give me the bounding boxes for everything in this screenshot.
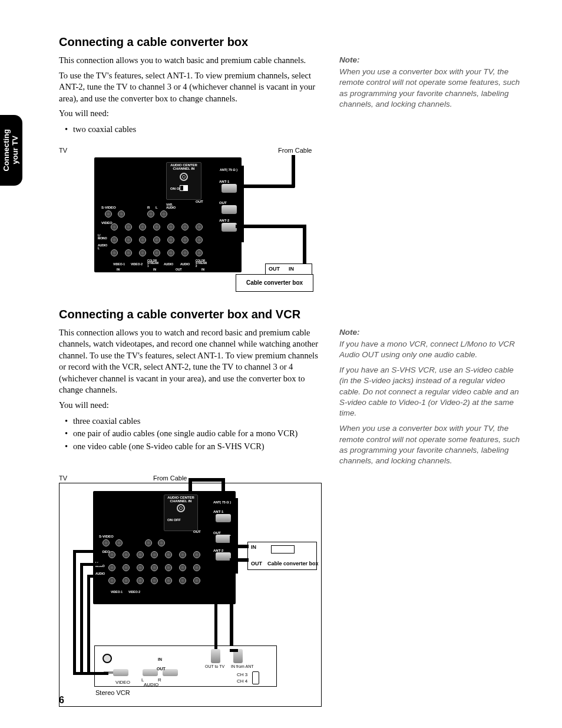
note-text: If you have a mono VCR, connect L/Mono t…	[339, 339, 521, 360]
section-cable-box: Connecting a cable converter box This co…	[59, 35, 521, 297]
cs1-label: COLOR STREAM 1	[147, 260, 158, 268]
jack-icon	[153, 223, 160, 230]
page-number: 6	[59, 695, 64, 706]
jack-icon	[118, 210, 125, 218]
svideo-label: S-VIDEO	[99, 535, 114, 538]
wire	[230, 649, 238, 652]
coax-icon	[216, 535, 231, 543]
audio-label: AUDIO	[164, 262, 173, 266]
wire	[189, 478, 224, 482]
in-label: IN	[251, 544, 256, 550]
from-cable-label: From Cable	[278, 147, 312, 154]
s1-p1: This connection allows you to watch basi…	[59, 55, 324, 67]
video2-label: VIDEO-2	[128, 590, 140, 594]
wire	[73, 550, 76, 674]
jack-icon	[139, 249, 146, 256]
in-lbl3: IN	[201, 268, 204, 271]
jack-icon	[167, 223, 174, 230]
jack-icon	[196, 236, 203, 243]
jack-icon	[167, 249, 174, 256]
section2-note: Note: If you have a mono VCR, connect L/…	[339, 327, 521, 472]
jack-icon	[196, 249, 203, 256]
jack-icon	[111, 249, 118, 256]
wire	[87, 575, 90, 675]
tv-label: TV	[59, 475, 67, 482]
svideo-label: S-VIDEO	[101, 206, 116, 209]
jack-icon	[181, 249, 189, 256]
section2-main: This connection allows you to watch and …	[59, 327, 324, 472]
wire	[230, 558, 233, 653]
jack-icon	[180, 173, 188, 181]
jack-icon	[181, 236, 189, 243]
video1-label: VIDEO-1	[113, 262, 125, 266]
out-lbl1: OUT	[176, 268, 182, 271]
audio-center-label: AUDIO CENTER CHANNEL IN	[168, 163, 199, 170]
note-text: When you use a converter box with your T…	[339, 423, 521, 466]
in-lbl1: IN	[117, 268, 120, 271]
jack-icon	[153, 249, 160, 256]
coax-icon	[216, 552, 231, 561]
box-label: Cable converter box	[246, 279, 303, 286]
note-title: Note:	[339, 55, 521, 65]
out-label: OUT	[251, 561, 262, 566]
coax-icon	[222, 205, 237, 214]
note-text: If you have an S-VHS VCR, use an S-video…	[339, 365, 521, 419]
vcr-video: VIDEO	[115, 680, 130, 685]
video2-label: VIDEO-2	[131, 262, 143, 266]
side-tab-text: Connectingyour TV	[2, 129, 20, 172]
wire	[242, 185, 295, 188]
audio-label2: AUDIO	[180, 262, 190, 266]
coax-icon	[216, 514, 231, 522]
cable-converter-box: Cable converter box	[236, 274, 313, 292]
on-off-label: ON OFF	[167, 518, 181, 522]
out-label2: OUT	[219, 201, 227, 205]
list-item: three coaxial cables	[73, 415, 324, 428]
wire	[73, 672, 108, 675]
wire	[73, 550, 103, 553]
jack-icon	[196, 223, 203, 230]
jack-icon	[125, 223, 132, 230]
ant75-label: ANT( 75 Ω )	[220, 168, 237, 172]
coax-icon	[222, 223, 237, 232]
diagram-1: TV From Cable AUDIO CENTER CHANNEL IN ON…	[59, 147, 324, 297]
s1-bullets: two coaxial cables	[73, 123, 324, 136]
wire	[230, 545, 249, 548]
out-to-tv: OUT to TV	[205, 664, 224, 668]
section-cable-box-vcr: Connecting a cable converter box and VCR…	[59, 308, 521, 711]
vcr-in: IN	[158, 657, 162, 661]
switch-icon	[252, 671, 259, 684]
box-label: Cable converter box	[267, 561, 319, 566]
cs2-label: COLOR STREAM 2	[196, 260, 207, 268]
video1-label: VIDEO-1	[111, 590, 123, 594]
rl-label: R L	[147, 206, 160, 209]
in-lbl2: IN	[153, 268, 156, 271]
ant2-label: ANT-2	[219, 219, 229, 222]
ant1-label: ANT-1	[213, 510, 223, 513]
wire	[214, 574, 217, 649]
jack-icon	[153, 236, 160, 243]
diagram-2: TV From Cable AUDIO CENTER CHANNEL IN ON…	[59, 475, 324, 710]
out-label: OUT	[196, 200, 203, 203]
jack-icon	[167, 236, 174, 243]
section1-main: This connection allows you to watch basi…	[59, 55, 324, 143]
heading-2: Connecting a cable converter box and VCR	[59, 308, 521, 321]
in-from-ant: IN from ANT	[231, 664, 254, 668]
jack-icon	[125, 249, 132, 256]
vcr-audio: AUDIO	[144, 682, 158, 687]
in-label: IN	[289, 266, 294, 272]
coax-icon	[211, 649, 220, 663]
wire	[292, 155, 295, 187]
coax-icon	[222, 184, 237, 193]
ant75-label: ANT( 75 Ω )	[213, 500, 231, 504]
ant1-label: ANT-1	[219, 180, 229, 183]
vcr-out: OUT	[157, 667, 166, 671]
jack-icon	[160, 210, 167, 218]
tv-label: TV	[59, 147, 67, 154]
jack-icon	[111, 236, 118, 243]
note-title: Note:	[339, 327, 521, 338]
jack-icon	[111, 223, 118, 230]
stereo-vcr-label: Stereo VCR	[95, 689, 130, 696]
audio-center-label: AUDIO CENTER CHANNEL IN	[166, 496, 196, 503]
jack-icon	[181, 223, 189, 230]
jack-icon	[125, 236, 132, 243]
